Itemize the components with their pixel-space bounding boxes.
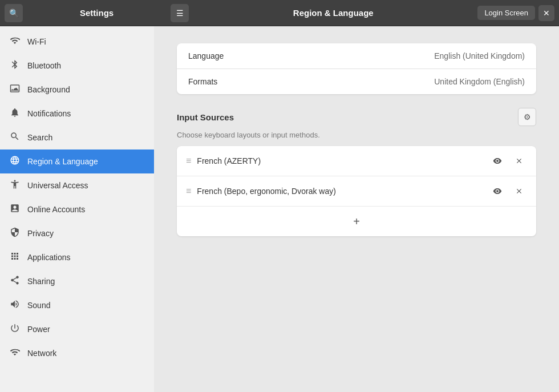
- sidebar-item-online-accounts[interactable]: Online Accounts: [0, 197, 154, 221]
- sidebar-item-wifi[interactable]: Wi-Fi: [0, 30, 154, 54]
- input-source-remove-button[interactable]: [511, 153, 527, 169]
- menu-icon: ☰: [176, 9, 184, 18]
- sidebar-item-background[interactable]: Background: [0, 78, 154, 102]
- add-source-row: +: [177, 207, 536, 236]
- drag-handle-icon: ≡: [186, 186, 191, 196]
- header: 🔍 Settings ☰ Region & Language Login Scr…: [0, 0, 559, 26]
- language-label: Language: [188, 51, 434, 60]
- close-icon: ✕: [543, 9, 550, 18]
- content-panel: Language English (United Kingdom) Format…: [154, 26, 559, 392]
- universal-access-icon: [9, 179, 21, 192]
- input-source-name: French (AZERTY): [197, 156, 484, 165]
- online-accounts-icon: [9, 203, 21, 216]
- input-source-remove-button[interactable]: [511, 183, 527, 199]
- applications-icon: [9, 251, 21, 264]
- gear-icon: ⚙: [524, 112, 531, 122]
- sidebar-label-region-language: Region & Language: [27, 157, 98, 166]
- sidebar-item-sharing[interactable]: Sharing: [0, 269, 154, 293]
- privacy-icon: [9, 227, 21, 240]
- input-source-preview-button[interactable]: [489, 183, 505, 199]
- sidebar-item-notifications[interactable]: Notifications: [0, 102, 154, 126]
- input-sources-gear-button[interactable]: ⚙: [518, 108, 536, 126]
- sidebar-label-sound: Sound: [27, 301, 50, 310]
- sidebar-item-bluetooth[interactable]: Bluetooth: [0, 54, 154, 78]
- sidebar-label-background: Background: [27, 85, 70, 94]
- drag-handle-icon: ≡: [186, 156, 191, 166]
- remove-icon: [515, 187, 523, 195]
- formats-label: Formats: [188, 77, 434, 86]
- sidebar-item-network[interactable]: Network: [0, 341, 154, 365]
- language-row: Language English (United Kingdom): [177, 43, 536, 69]
- eye-icon: [493, 187, 502, 196]
- input-sources-title: Input Sources: [177, 112, 518, 122]
- sharing-icon: [9, 275, 21, 288]
- search-icon: [9, 131, 21, 144]
- sidebar-label-network: Network: [27, 349, 56, 358]
- sidebar-item-search[interactable]: Search: [0, 126, 154, 149]
- panel-title: Region & Language: [192, 8, 474, 18]
- sidebar-label-wifi: Wi-Fi: [27, 37, 46, 46]
- sidebar-item-power[interactable]: Power: [0, 317, 154, 341]
- header-search-button[interactable]: 🔍: [5, 4, 23, 22]
- input-source-row: ≡ French (AZERTY): [177, 146, 536, 176]
- sidebar-label-online-accounts: Online Accounts: [27, 205, 85, 214]
- sidebar-item-applications[interactable]: Applications: [0, 245, 154, 269]
- input-source-name: French (Bepo, ergonomic, Dvorak way): [197, 187, 484, 196]
- sidebar-label-notifications: Notifications: [27, 109, 71, 118]
- sidebar-label-power: Power: [27, 325, 50, 334]
- search-icon: 🔍: [9, 9, 19, 18]
- close-button[interactable]: ✕: [538, 5, 554, 21]
- add-source-button[interactable]: +: [347, 212, 366, 231]
- input-sources-desc: Choose keyboard layouts or input methods…: [177, 131, 536, 139]
- bluetooth-icon: [9, 59, 21, 72]
- sidebar-item-sound[interactable]: Sound: [0, 293, 154, 317]
- input-source-row: ≡ French (Bepo, ergonomic, Dvorak way): [177, 176, 536, 207]
- notifications-icon: [9, 107, 21, 120]
- add-icon: +: [353, 215, 360, 228]
- sidebar-item-privacy[interactable]: Privacy: [0, 221, 154, 245]
- formats-value: United Kingdom (English): [434, 77, 525, 86]
- header-menu-button[interactable]: ☰: [171, 4, 189, 22]
- power-icon: [9, 323, 21, 336]
- sidebar-item-universal-access[interactable]: Universal Access: [0, 173, 154, 197]
- eye-icon: [493, 156, 502, 165]
- sound-icon: [9, 299, 21, 312]
- region-language-icon: [9, 155, 21, 168]
- remove-icon: [515, 157, 523, 165]
- input-sources-card: ≡ French (AZERTY) ≡ French (Bepo, ergono…: [177, 146, 536, 236]
- main-layout: Wi-FiBluetoothBackgroundNotificationsSea…: [0, 26, 559, 392]
- language-value: English (United Kingdom): [434, 51, 525, 60]
- header-title: Settings: [26, 8, 167, 18]
- input-sources-header: Input Sources ⚙: [177, 108, 536, 126]
- sidebar: Wi-FiBluetoothBackgroundNotificationsSea…: [0, 26, 154, 392]
- sidebar-label-search: Search: [27, 133, 52, 142]
- formats-row: Formats United Kingdom (English): [177, 69, 536, 94]
- sidebar-label-bluetooth: Bluetooth: [27, 61, 61, 70]
- language-formats-card: Language English (United Kingdom) Format…: [177, 43, 536, 94]
- input-source-preview-button[interactable]: [489, 153, 505, 169]
- background-icon: [9, 83, 21, 96]
- sidebar-label-sharing: Sharing: [27, 277, 55, 286]
- login-screen-button[interactable]: Login Screen: [477, 6, 535, 20]
- network-icon: [9, 347, 21, 359]
- wifi-icon: [9, 35, 21, 48]
- sidebar-label-privacy: Privacy: [27, 229, 54, 238]
- sidebar-item-region-language[interactable]: Region & Language: [0, 149, 154, 173]
- sidebar-label-applications: Applications: [27, 253, 71, 262]
- sidebar-label-universal-access: Universal Access: [27, 181, 88, 190]
